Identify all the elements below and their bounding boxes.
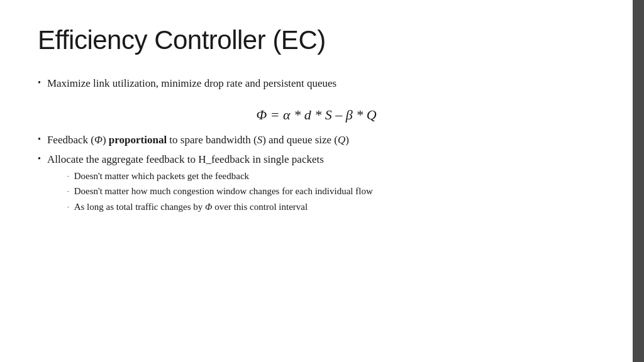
sub-bullet-marker-1: · <box>67 171 69 182</box>
sub-bullet-2: · Doesn't matter how much congestion win… <box>47 184 373 199</box>
bullet-marker-3: • <box>38 152 41 165</box>
mult1: * <box>294 107 304 123</box>
feedback-middle: ) <box>103 134 109 146</box>
feedback-proportional: proportional <box>109 134 167 146</box>
bullet-marker-2: • <box>38 133 41 146</box>
d-var: d <box>304 107 311 123</box>
formula-text: Φ = α * d * S – β * Q <box>256 107 376 123</box>
sub-bullet-text-1: Doesn't matter which packets get the fee… <box>74 169 249 184</box>
feedback-prefix: Feedback ( <box>47 134 94 146</box>
feedback-suffix3: ) <box>345 134 349 146</box>
sub-bullet-text-3: As long as total traffic changes by Φ ov… <box>74 200 308 214</box>
bullet-item-2: • Feedback (Φ) proportional to spare ban… <box>38 132 595 148</box>
slide-content: Efficiency Controller (EC) • Maximize li… <box>0 0 633 362</box>
mult2: * <box>314 107 325 123</box>
formula-block: Φ = α * d * S – β * Q <box>38 107 595 123</box>
bullet-marker-1: • <box>38 76 41 89</box>
feedback-Q: Q <box>338 134 345 146</box>
bullet-list: • Maximize link utilization, minimize dr… <box>38 75 595 96</box>
sub-bullet-marker-3: · <box>67 202 69 212</box>
minus-sign: – <box>335 107 346 123</box>
beta-var: β <box>346 107 353 123</box>
mult3: * <box>356 107 367 123</box>
feedback-suffix2: ) and queue size ( <box>262 134 338 146</box>
alpha-var: α <box>283 107 291 123</box>
sub-bullet-text-2: Doesn't matter how much congestion windo… <box>74 184 373 199</box>
sub-bullet-3: · As long as total traffic changes by Φ … <box>47 200 373 214</box>
bullet-list-2: • Feedback (Φ) proportional to spare ban… <box>38 132 595 219</box>
bullet-text-3-container: Allocate the aggregate feedback to H_fee… <box>47 151 373 215</box>
S-var: S <box>325 107 332 123</box>
bullet-item-1: • Maximize link utilization, minimize dr… <box>38 75 595 92</box>
sub-bullet-1: · Doesn't matter which packets get the f… <box>47 169 373 184</box>
feedback-S: S <box>257 134 263 146</box>
equals-sign: = <box>270 107 283 123</box>
sub-bullet-3-suffix: over this control interval <box>213 202 308 212</box>
slide-title: Efficiency Controller (EC) <box>38 25 595 55</box>
bullet-text-2: Feedback (Φ) proportional to spare bandw… <box>47 132 349 148</box>
Q-var: Q <box>367 107 377 123</box>
feedback-suffix: to spare bandwidth ( <box>167 134 257 146</box>
bullet-text-1: Maximize link utilization, minimize drop… <box>47 75 336 92</box>
feedback-phi: Φ <box>94 134 103 146</box>
sub-bullet-marker-2: · <box>67 186 69 197</box>
sub-bullets-container: · Doesn't matter which packets get the f… <box>47 169 373 216</box>
sub-bullet-3-phi: Φ <box>205 202 212 212</box>
sub-bullet-3-prefix: As long as total traffic changes by <box>74 202 205 212</box>
bullet-item-3: • Allocate the aggregate feedback to H_f… <box>38 151 595 215</box>
sidebar <box>633 0 644 362</box>
bullet-text-3: Allocate the aggregate feedback to H_fee… <box>47 153 324 165</box>
phi-var: Φ <box>256 107 267 123</box>
